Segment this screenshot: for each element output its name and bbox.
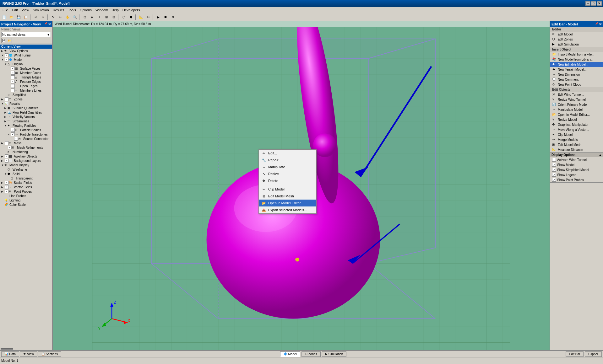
tb-pan[interactable]: ✋: [64, 14, 71, 21]
ctx-manipulate[interactable]: ↔ Manipulate: [259, 163, 316, 170]
tree-check-scalar-fields[interactable]: [5, 181, 8, 185]
tree-check-feature-edges[interactable]: [11, 80, 15, 83]
menu-help[interactable]: Help: [110, 8, 121, 12]
right-edit-simulation[interactable]: ▶ Edit Simulation: [550, 42, 603, 47]
right-edit-model-mesh[interactable]: ⊞ Edit Model Mesh: [550, 142, 603, 147]
tab-sections[interactable]: 📋 Sections: [38, 351, 61, 357]
tb-fit[interactable]: ⊡: [81, 14, 88, 21]
tree-check-triangle-edges[interactable]: [11, 75, 15, 79]
tree-item-original[interactable]: ▼ △ Original: [0, 62, 52, 66]
tree-check-source-connector[interactable]: [14, 137, 18, 141]
tab-simulation[interactable]: ▶ Simulation: [322, 351, 347, 357]
tab-clipper[interactable]: Clipper: [585, 351, 602, 357]
right-graphical-manipulator[interactable]: ✥ Graphical Manipulator: [550, 122, 603, 127]
left-panel-scrollbar[interactable]: [0, 348, 52, 350]
right-orient-primary-model[interactable]: 🔄 Orient Primary Model: [550, 102, 603, 107]
tree-item-line-probes[interactable]: ─ Line Probes: [0, 194, 52, 198]
maximize-button[interactable]: □: [591, 1, 596, 6]
tree-item-open-edges[interactable]: ─ Open Edges: [0, 84, 52, 88]
tree-item-model[interactable]: ▼ 🔷 Model: [0, 57, 52, 62]
panel-close-button[interactable]: ✕: [48, 22, 51, 26]
tree-check-particle-trajectories[interactable]: [11, 132, 15, 136]
right-measure-distance[interactable]: 📐 Measure Distance: [550, 147, 603, 152]
tb-select[interactable]: ↖: [50, 14, 57, 21]
tree-check-auxiliary-objects[interactable]: [5, 154, 8, 158]
tb-top[interactable]: ⊤: [96, 14, 103, 21]
menu-edit[interactable]: Edit: [10, 8, 20, 12]
tree-item-auxiliary-objects[interactable]: ▶ ⬛ Auxiliary Objects: [0, 154, 52, 158]
ctx-repair[interactable]: 🔧 Repair...: [259, 157, 316, 163]
right-new-terrain-model[interactable]: ⛰ New Terrain Model...: [550, 67, 603, 72]
tb-zoom[interactable]: 🔍: [71, 14, 78, 21]
minimize-button[interactable]: ─: [585, 1, 590, 6]
menu-window[interactable]: Window: [94, 8, 110, 12]
tree-item-surface-faces[interactable]: ▦ Surface Faces: [0, 66, 52, 71]
tree-item-view-options[interactable]: ▶ 👁 View Options: [0, 49, 52, 53]
right-edit-zones[interactable]: ⬡ Edit Zones: [550, 37, 603, 42]
right-activate-wind-tunnel[interactable]: Activate Wind Tunnel: [550, 157, 603, 162]
right-edit-wind-tunnel[interactable]: 🌬 Edit Wind Tunnel...: [550, 92, 603, 97]
right-show-point-probes[interactable]: Show Point Probes: [550, 177, 603, 182]
tree-check-zones[interactable]: [5, 97, 8, 101]
tree-item-zones[interactable]: ▶ ⬡ Zones: [0, 97, 52, 101]
tree-item-member-faces[interactable]: ▦ Member Faces: [0, 71, 52, 75]
tree-item-model-display[interactable]: ▼ 👁 Model Display: [0, 163, 52, 167]
tb-open[interactable]: 📂: [8, 14, 15, 21]
right-new-dimension[interactable]: ↔ New Dimension: [550, 72, 603, 77]
ctx-delete[interactable]: 🗑 Delete: [259, 177, 316, 184]
check-show-simplified-model[interactable]: [552, 168, 556, 172]
check-activate-wind-tunnel[interactable]: [552, 158, 556, 162]
tree-item-lighting[interactable]: 💡 Lighting: [0, 198, 52, 202]
tree-item-scalar-fields[interactable]: ▶ 🎨 Scalar Fields: [0, 180, 52, 185]
tb-iso[interactable]: ◈: [89, 14, 95, 21]
tree-check-member-faces[interactable]: [11, 71, 15, 75]
tab-model[interactable]: 🔷 Model: [280, 351, 300, 357]
tree-item-members-lines[interactable]: ═ Members Lines: [0, 88, 52, 93]
tree-item-vector-fields[interactable]: ▶ → Vector Fields: [0, 185, 52, 189]
tree-item-triangle-edges[interactable]: △ Triangle Edges: [0, 75, 52, 79]
tree-item-feature-edges[interactable]: ╱ Feature Edges: [0, 79, 52, 84]
right-new-comment[interactable]: 💬 New Comment: [550, 77, 603, 82]
tb-run[interactable]: ▶: [155, 14, 162, 21]
right-panel-pin[interactable]: 📌: [595, 22, 598, 26]
right-open-model-editor[interactable]: 📂 Open in Model Editor...: [550, 112, 603, 117]
right-show-model[interactable]: Show Model: [550, 162, 603, 167]
menu-developers[interactable]: Developers: [121, 8, 142, 12]
tree-item-particle-trajectories[interactable]: ▼ 〜 Particle Trajectories: [0, 132, 52, 136]
tree-item-particle-bodies[interactable]: ● Particle Bodies: [0, 128, 52, 132]
display-options-header[interactable]: Display Options ▲: [550, 153, 603, 157]
check-show-model[interactable]: [552, 163, 556, 167]
right-new-point-cloud[interactable]: ⊹ New Point Cloud: [550, 82, 603, 87]
tb-stop[interactable]: ⏹: [162, 14, 169, 21]
tree-check-model[interactable]: [5, 58, 8, 62]
menu-file[interactable]: File: [1, 8, 10, 12]
tb-save[interactable]: 💾: [15, 14, 22, 21]
tree-check-members-lines[interactable]: [11, 88, 15, 92]
tb-wireframe[interactable]: ⬡: [120, 14, 127, 21]
view-save-icon[interactable]: 💾: [1, 38, 6, 43]
tab-data[interactable]: 📊 Data: [1, 351, 19, 357]
tree-check-background-layers[interactable]: [5, 159, 8, 163]
viewport[interactable]: Wind Tunnel Dimensions: Dx = 124.94 m, D…: [53, 21, 550, 350]
tb-settings[interactable]: ⚙: [169, 14, 176, 21]
tb-clip[interactable]: ✂: [145, 14, 152, 21]
tb-measure[interactable]: 📐: [138, 14, 144, 21]
right-panel-close[interactable]: ✕: [599, 22, 602, 26]
tb-front[interactable]: ⊞: [103, 14, 110, 21]
tree-item-background-layers[interactable]: ▶ ⬜ Background Layers: [0, 158, 52, 163]
tree-check-mesh[interactable]: [5, 141, 8, 145]
tree-item-color-scale[interactable]: 🌈 Color Scale: [0, 202, 52, 207]
menu-tools[interactable]: Tools: [66, 8, 78, 12]
check-show-legend[interactable]: [552, 173, 556, 177]
menu-options[interactable]: Options: [78, 8, 94, 12]
tree-item-simplified[interactable]: ◇ Simplified: [0, 93, 52, 97]
tree-check-wind-tunnel[interactable]: [5, 53, 8, 57]
right-show-simplified-model[interactable]: Show Simplified Model: [550, 167, 603, 172]
tb-redo[interactable]: ↪: [40, 14, 46, 21]
right-import-model-file[interactable]: 📁 Import Model from a File...: [550, 52, 603, 57]
right-resize-wind-tunnel[interactable]: ⤡ Resize Wind Tunnel: [550, 97, 603, 102]
check-show-point-probes[interactable]: [552, 178, 556, 182]
tree-check-vector-fields[interactable]: [5, 185, 8, 189]
tree-item-mesh-refinements[interactable]: ⊟ Mesh Refinements: [0, 145, 52, 150]
tree-item-wind-tunnel[interactable]: ▼ 🌐 Wind Tunnel: [0, 53, 52, 57]
